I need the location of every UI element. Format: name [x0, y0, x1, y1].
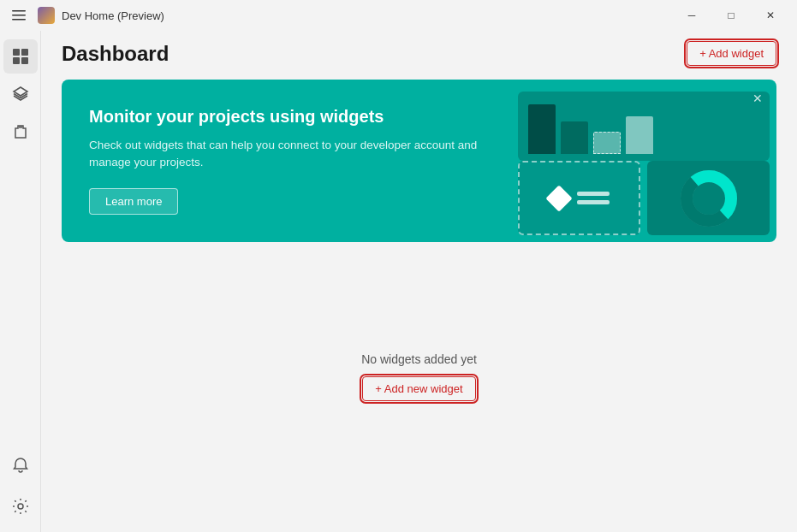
- banner-description: Check out widgets that can help you conn…: [89, 137, 484, 172]
- hamburger-menu-button[interactable]: [7, 3, 31, 27]
- learn-more-button[interactable]: Learn more: [89, 188, 178, 215]
- maximize-button[interactable]: □: [711, 0, 751, 31]
- sidebar-item-notifications[interactable]: [3, 448, 38, 482]
- sidebar-item-settings[interactable]: [3, 489, 38, 523]
- svg-rect-5: [13, 57, 20, 64]
- sidebar-item-extensions[interactable]: [3, 115, 38, 149]
- content-header: Dashboard + Add widget: [41, 31, 797, 73]
- minimize-button[interactable]: ─: [672, 0, 711, 31]
- app-body: Dashboard + Add widget Monitor your proj…: [0, 31, 797, 532]
- sidebar: [0, 31, 41, 532]
- svg-rect-4: [21, 49, 28, 56]
- banner-close-button[interactable]: ✕: [747, 88, 768, 109]
- bar-chart-bar: [528, 104, 556, 154]
- window-controls: ─ □ ✕: [672, 0, 790, 31]
- h-lines: [577, 192, 610, 204]
- empty-state: No widgets added yet + Add new widget: [41, 256, 797, 532]
- app-title: Dev Home (Preview): [62, 9, 672, 22]
- svg-rect-2: [12, 19, 26, 21]
- svg-point-8: [18, 504, 23, 509]
- page-title: Dashboard: [62, 42, 169, 66]
- banner-content: Monitor your projects using widgets Chec…: [62, 80, 511, 242]
- donut-chart: [679, 168, 739, 228]
- bar-chart-bar: [561, 121, 588, 154]
- sidebar-item-dashboard[interactable]: [3, 39, 38, 74]
- add-new-widget-button[interactable]: + Add new widget: [362, 376, 475, 401]
- svg-rect-0: [12, 10, 26, 12]
- svg-rect-1: [12, 15, 26, 16]
- sidebar-bottom: [3, 446, 38, 525]
- bar-chart-bar: [626, 116, 653, 154]
- close-button[interactable]: ✕: [751, 0, 790, 31]
- empty-state-text: No widgets added yet: [361, 352, 477, 366]
- banner-visual: ✕: [511, 80, 776, 242]
- content-area: Dashboard + Add widget Monitor your proj…: [41, 31, 797, 532]
- bar-chart-bar-dashed: [593, 132, 621, 154]
- promo-banner: Monitor your projects using widgets Chec…: [62, 80, 776, 242]
- banner-title: Monitor your projects using widgets: [89, 107, 484, 127]
- titlebar: Dev Home (Preview) ─ □ ✕: [0, 0, 797, 31]
- svg-rect-3: [13, 49, 20, 56]
- diamond-icon: [545, 185, 572, 211]
- add-widget-button[interactable]: + Add widget: [687, 41, 776, 66]
- app-icon: [38, 7, 55, 24]
- sidebar-item-layers[interactable]: [3, 77, 38, 111]
- svg-rect-6: [21, 57, 28, 64]
